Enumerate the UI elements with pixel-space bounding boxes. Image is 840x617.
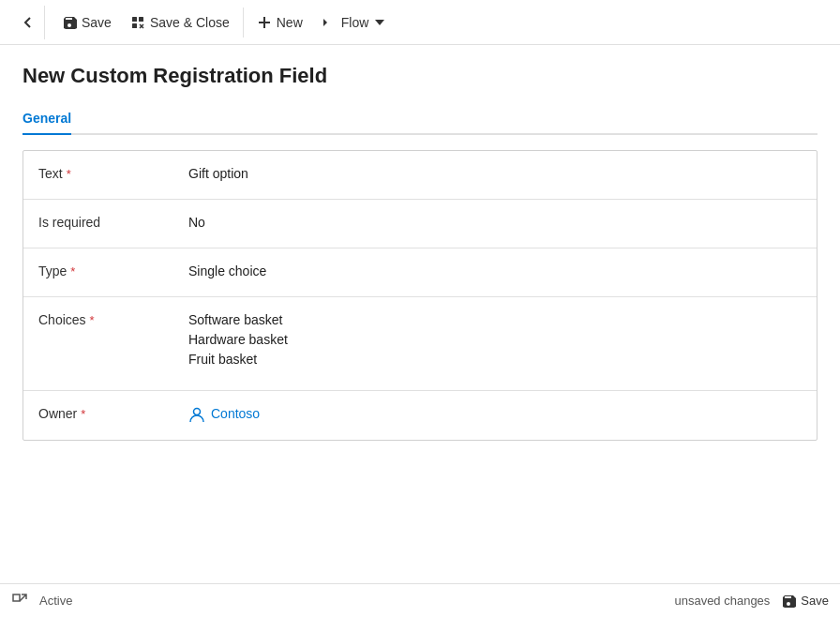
value-type[interactable]: Single choice	[188, 262, 802, 281]
flow-icon	[322, 15, 337, 30]
flow-label: Flow	[341, 15, 369, 30]
save-icon	[62, 15, 77, 30]
owner-name: Contoso	[211, 404, 260, 424]
unsaved-changes-label: unsaved changes	[674, 594, 770, 608]
label-isrequired: Is required	[38, 213, 188, 230]
save-close-label: Save & Close	[150, 15, 230, 30]
svg-rect-2	[132, 23, 137, 28]
value-choices[interactable]: Software basket Hardware basket Fruit ba…	[188, 310, 802, 369]
save-button[interactable]: Save	[52, 9, 121, 36]
choice-1: Software basket	[188, 310, 802, 330]
label-choices: Choices*	[38, 310, 188, 327]
choice-3: Fruit basket	[188, 350, 802, 369]
status-left: Active	[11, 593, 72, 609]
back-button[interactable]	[11, 6, 45, 39]
choice-2: Hardware basket	[188, 330, 802, 350]
value-owner[interactable]: Contoso	[188, 404, 802, 424]
scrollable-content[interactable]: New Custom Registration Field General Te…	[0, 45, 840, 583]
label-owner: Owner*	[38, 404, 188, 421]
tab-bar: General	[22, 103, 818, 135]
svg-rect-1	[139, 17, 143, 22]
main-area: New Custom Registration Field General Te…	[0, 45, 840, 583]
toolbar-divider	[243, 8, 244, 38]
form-row-owner: Owner* Contoso	[23, 391, 817, 440]
owner-link[interactable]: Contoso	[188, 404, 802, 424]
label-type: Type*	[38, 262, 188, 278]
required-star-type: *	[70, 264, 75, 278]
value-text[interactable]: Gift option	[188, 164, 802, 184]
new-button[interactable]: New	[248, 9, 312, 36]
label-text: Text*	[38, 164, 188, 181]
status-bar: Active unsaved changes Save	[0, 583, 840, 617]
status-save-button[interactable]: Save	[781, 594, 829, 609]
page-title: New Custom Registration Field	[22, 64, 818, 88]
new-label: New	[277, 15, 303, 30]
status-save-label: Save	[801, 594, 829, 608]
form-row-choices: Choices* Software basket Hardware basket…	[23, 297, 817, 391]
form-row-isrequired: Is required No	[23, 200, 817, 248]
save-label: Save	[82, 15, 112, 30]
toolbar: Save Save & Close New Flow	[0, 0, 840, 45]
required-star-choices: *	[90, 313, 95, 327]
status-save-icon	[781, 594, 796, 609]
required-star-text: *	[67, 167, 71, 181]
tab-general[interactable]: General	[22, 103, 71, 135]
save-close-button[interactable]: Save & Close	[121, 9, 239, 36]
required-star-owner: *	[81, 407, 85, 421]
chevron-down-icon	[375, 20, 384, 25]
save-close-icon	[130, 15, 145, 30]
user-icon	[188, 406, 205, 423]
status-active-label: Active	[39, 594, 72, 608]
flow-button[interactable]: Flow	[312, 9, 395, 36]
status-right: unsaved changes Save	[674, 594, 829, 609]
svg-point-5	[194, 408, 201, 414]
new-icon	[257, 15, 272, 30]
external-link-icon	[11, 593, 28, 609]
svg-rect-6	[13, 594, 20, 601]
form-row-type: Type* Single choice	[23, 248, 817, 297]
form-row-text: Text* Gift option	[23, 151, 817, 200]
value-isrequired[interactable]: No	[188, 213, 802, 233]
form-section: Text* Gift option Is required No Type* S…	[22, 150, 818, 441]
svg-rect-0	[132, 17, 137, 22]
